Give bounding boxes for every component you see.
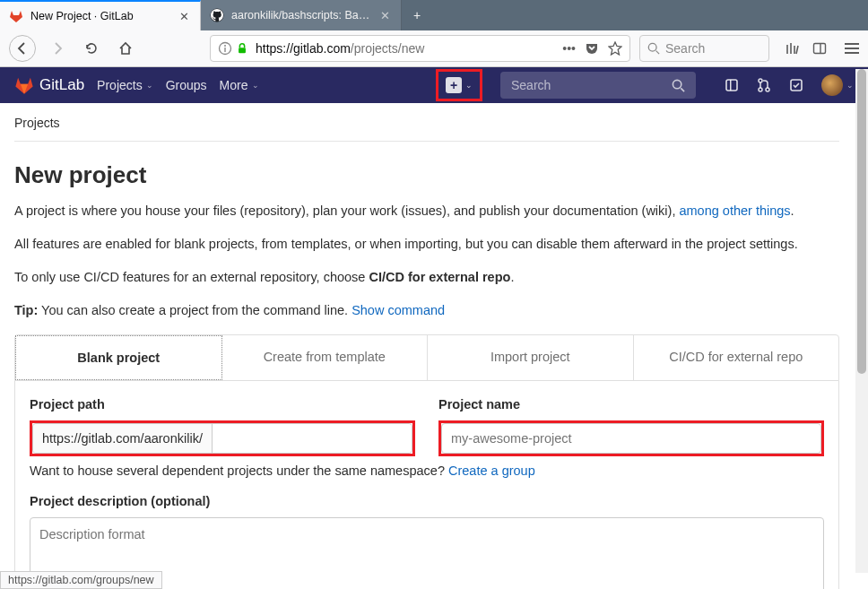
- pocket-icon[interactable]: [585, 41, 599, 56]
- avatar: [821, 74, 843, 96]
- search-icon: [647, 42, 660, 55]
- gitlab-favicon-icon: [9, 9, 23, 23]
- back-button[interactable]: [9, 35, 36, 62]
- project-name-label: Project name: [438, 397, 824, 411]
- show-command-link[interactable]: Show command: [352, 303, 445, 317]
- svg-point-12: [759, 88, 762, 91]
- scrollbar[interactable]: [855, 69, 868, 573]
- project-path-prefix: https://gitlab.com/aaronkilik/: [33, 424, 213, 453]
- browser-tab[interactable]: aaronkilik/bashscripts: Bash s ✕: [201, 0, 402, 30]
- browser-chrome: New Project · GitLab ✕ aaronkilik/bashsc…: [0, 0, 868, 67]
- svg-rect-10: [730, 80, 732, 91]
- main-content: Projects New project A project is where …: [0, 103, 854, 589]
- tab-title: New Project · GitLab: [30, 10, 169, 22]
- nav-projects[interactable]: Projects⌄: [97, 78, 153, 92]
- url-text: https://gitlab.com/projects/new: [256, 41, 555, 56]
- create-group-link[interactable]: Create a group: [448, 463, 535, 478]
- project-name-input[interactable]: [451, 431, 812, 446]
- tab-import-project[interactable]: Import project: [428, 335, 634, 380]
- navbar-search[interactable]: [500, 72, 696, 99]
- svg-rect-6: [814, 44, 826, 54]
- library-icon[interactable]: [786, 41, 800, 56]
- svg-point-5: [648, 43, 656, 51]
- plus-icon: +: [446, 77, 462, 93]
- new-tab-button[interactable]: +: [402, 0, 432, 30]
- issues-icon[interactable]: [725, 78, 739, 92]
- gitlab-logo[interactable]: GitLab: [14, 75, 84, 95]
- lock-icon: [236, 42, 248, 55]
- github-favicon-icon: [210, 8, 224, 22]
- menu-icon[interactable]: [845, 43, 859, 54]
- chevron-down-icon: ⌄: [146, 81, 153, 90]
- form-area: Project path https://gitlab.com/aaronkil…: [14, 381, 839, 589]
- among-other-things-link[interactable]: among other things: [679, 204, 790, 218]
- page-heading: New project: [14, 161, 839, 189]
- svg-rect-4: [239, 48, 246, 53]
- intro-text: A project is where you house your files …: [14, 202, 839, 221]
- close-icon[interactable]: ✕: [177, 9, 191, 23]
- project-tabs: Blank project Create from template Impor…: [14, 334, 839, 381]
- gitlab-logo-icon: [14, 75, 34, 95]
- close-icon[interactable]: ✕: [378, 8, 392, 22]
- bookmark-star-icon[interactable]: [608, 41, 622, 56]
- merge-requests-icon[interactable]: [757, 78, 771, 92]
- forward-button: [45, 36, 70, 61]
- info-icon: [218, 41, 232, 56]
- search-placeholder: Search: [665, 41, 705, 56]
- tab-blank-project[interactable]: Blank project: [15, 335, 222, 380]
- user-menu[interactable]: ⌄: [821, 74, 854, 96]
- project-path-label: Project path: [30, 397, 415, 411]
- create-new-button[interactable]: + ⌄: [436, 69, 482, 101]
- chevron-down-icon: ⌄: [252, 81, 259, 90]
- reload-button[interactable]: [79, 36, 104, 61]
- features-text: All features are enabled for blank proje…: [14, 235, 839, 254]
- site-identity[interactable]: [218, 41, 248, 56]
- status-bar: https://gitlab.com/groups/new: [0, 571, 162, 589]
- breadcrumb[interactable]: Projects: [14, 116, 839, 142]
- nav-more[interactable]: More⌄: [220, 78, 259, 92]
- nav-groups[interactable]: Groups: [166, 78, 207, 92]
- page-actions-icon[interactable]: •••: [562, 41, 576, 56]
- sidebar-icon[interactable]: [812, 41, 827, 56]
- description-label: Project description (optional): [30, 494, 824, 508]
- browser-toolbar: https://gitlab.com/projects/new ••• Sear…: [0, 30, 868, 66]
- home-button[interactable]: [113, 36, 138, 61]
- svg-rect-3: [224, 48, 225, 52]
- namespace-helper: Want to house several dependent projects…: [30, 463, 824, 478]
- svg-point-13: [766, 88, 769, 91]
- brand-text: GitLab: [39, 76, 84, 94]
- url-bar[interactable]: https://gitlab.com/projects/new •••: [210, 35, 630, 62]
- navbar-search-input[interactable]: [511, 78, 672, 92]
- gitlab-navbar: GitLab Projects⌄ Groups More⌄ + ⌄ ⌄: [0, 67, 868, 103]
- tab-title: aaronkilik/bashscripts: Bash s: [231, 9, 370, 22]
- tab-create-from-template[interactable]: Create from template: [222, 335, 429, 380]
- project-name-highlight: [438, 420, 824, 456]
- svg-point-11: [759, 79, 762, 82]
- cicd-text: To only use CI/CD features for an extern…: [14, 268, 839, 287]
- browser-tab-active[interactable]: New Project · GitLab ✕: [0, 0, 201, 30]
- project-path-input[interactable]: [213, 424, 412, 453]
- project-path-highlight: https://gitlab.com/aaronkilik/: [30, 420, 415, 456]
- svg-rect-9: [726, 80, 737, 91]
- tab-bar: New Project · GitLab ✕ aaronkilik/bashsc…: [0, 0, 868, 30]
- search-icon: [672, 79, 685, 92]
- tip-text: Tip: You can also create a project from …: [14, 301, 839, 320]
- browser-search-input[interactable]: Search: [639, 35, 769, 62]
- scrollbar-thumb[interactable]: [857, 69, 866, 374]
- tab-cicd-external[interactable]: CI/CD for external repo: [634, 335, 839, 380]
- chevron-down-icon: ⌄: [465, 81, 473, 90]
- chevron-down-icon: ⌄: [846, 81, 854, 90]
- svg-point-2: [224, 45, 226, 47]
- todos-icon[interactable]: [789, 78, 803, 92]
- svg-point-8: [673, 80, 681, 88]
